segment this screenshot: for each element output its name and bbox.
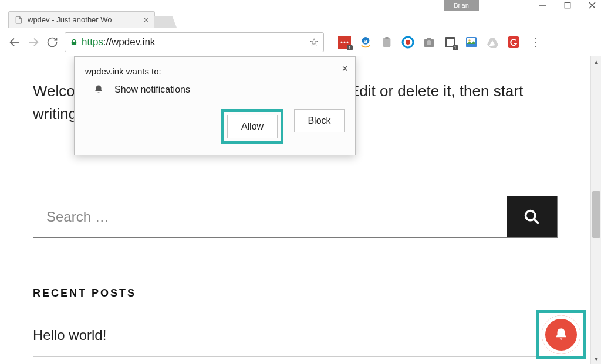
svg-line-30 bbox=[534, 219, 539, 224]
dialog-origin-text: wpdev.ink wants to: bbox=[85, 66, 345, 76]
window-titlebar: Brian bbox=[0, 0, 601, 12]
recent-posts-list: Hello world! bbox=[33, 314, 558, 357]
new-tab-button[interactable] bbox=[154, 16, 177, 28]
dialog-request-text: Show notifications bbox=[114, 84, 190, 95]
extension-skitch-icon[interactable]: 1 bbox=[444, 36, 457, 49]
extension-camera-icon[interactable] bbox=[423, 36, 435, 49]
bell-icon bbox=[553, 327, 569, 342]
browser-toolbar: https://wpdev.ink ☆ 1 a 1 bbox=[0, 28, 601, 56]
svg-rect-1 bbox=[565, 2, 570, 8]
extension-strip: 1 a 1 bbox=[338, 36, 520, 49]
window-maximize-button[interactable] bbox=[563, 1, 572, 9]
notification-permission-dialog: × wpdev.ink wants to: Show notifications… bbox=[74, 56, 356, 155]
svg-rect-6 bbox=[72, 42, 76, 45]
svg-marker-27 bbox=[489, 45, 498, 48]
extension-badge: 1 bbox=[347, 45, 353, 50]
scroll-down-arrow[interactable]: ▼ bbox=[591, 353, 601, 364]
svg-rect-28 bbox=[508, 36, 519, 48]
url-text: https://wpdev.ink bbox=[82, 36, 155, 48]
block-button[interactable]: Block bbox=[294, 109, 345, 132]
tab-title: wpdev - Just another Wo bbox=[28, 15, 140, 24]
page-content: Welcome to WordPress. This is your first… bbox=[0, 56, 590, 364]
svg-point-18 bbox=[427, 40, 431, 45]
svg-rect-13 bbox=[383, 38, 391, 46]
search-input[interactable] bbox=[33, 196, 507, 237]
extension-drive-icon[interactable] bbox=[486, 36, 499, 49]
extension-badge: 1 bbox=[453, 45, 458, 50]
lock-icon bbox=[70, 38, 78, 46]
address-bar[interactable]: https://wpdev.ink ☆ bbox=[65, 32, 324, 52]
scroll-thumb[interactable] bbox=[592, 191, 600, 238]
window-close-button[interactable] bbox=[588, 1, 596, 9]
extension-clipboard-icon[interactable] bbox=[380, 36, 393, 49]
svg-rect-19 bbox=[427, 38, 431, 40]
bell-icon bbox=[93, 84, 104, 95]
allow-button[interactable]: Allow bbox=[227, 115, 278, 138]
recent-post-link[interactable]: Hello world! bbox=[33, 314, 558, 357]
svg-point-16 bbox=[406, 40, 410, 45]
scroll-up-arrow[interactable]: ▲ bbox=[591, 56, 601, 67]
back-button[interactable] bbox=[8, 36, 21, 49]
search-form bbox=[33, 196, 558, 238]
svg-rect-14 bbox=[385, 36, 388, 39]
forward-button[interactable] bbox=[27, 36, 40, 49]
svg-point-9 bbox=[344, 41, 346, 43]
extension-adblock-icon[interactable] bbox=[401, 36, 414, 49]
allow-highlight: Allow bbox=[221, 109, 283, 144]
vertical-scrollbar[interactable]: ▲ ▼ bbox=[590, 56, 601, 364]
bookmark-star-icon[interactable]: ☆ bbox=[309, 36, 319, 49]
push-bell-highlight bbox=[536, 310, 586, 359]
svg-point-8 bbox=[341, 41, 343, 43]
window-minimize-button[interactable] bbox=[539, 1, 547, 9]
browser-menu-button[interactable]: ⋮ bbox=[531, 36, 541, 49]
svg-point-29 bbox=[526, 211, 535, 220]
tab-strip: wpdev - Just another Wo × bbox=[0, 12, 601, 28]
recent-posts-heading: RECENT POSTS bbox=[33, 287, 558, 300]
search-submit-button[interactable] bbox=[507, 196, 557, 237]
page-icon bbox=[15, 16, 23, 24]
extension-picture-icon[interactable] bbox=[465, 36, 478, 49]
push-bell-button[interactable] bbox=[542, 315, 580, 354]
svg-point-24 bbox=[468, 39, 471, 42]
extension-lastpass-icon[interactable]: 1 bbox=[338, 36, 351, 49]
svg-point-10 bbox=[347, 41, 349, 43]
extension-grammarly-icon[interactable] bbox=[507, 36, 520, 49]
tab-close-button[interactable]: × bbox=[144, 15, 148, 25]
extension-amazon-icon[interactable]: a bbox=[359, 36, 372, 49]
search-icon bbox=[524, 209, 540, 225]
svg-rect-21 bbox=[447, 39, 454, 46]
browser-tab[interactable]: wpdev - Just another Wo × bbox=[8, 11, 155, 28]
profile-badge[interactable]: Brian bbox=[444, 0, 479, 11]
reload-button[interactable] bbox=[46, 36, 59, 49]
dialog-close-button[interactable]: × bbox=[342, 63, 348, 75]
